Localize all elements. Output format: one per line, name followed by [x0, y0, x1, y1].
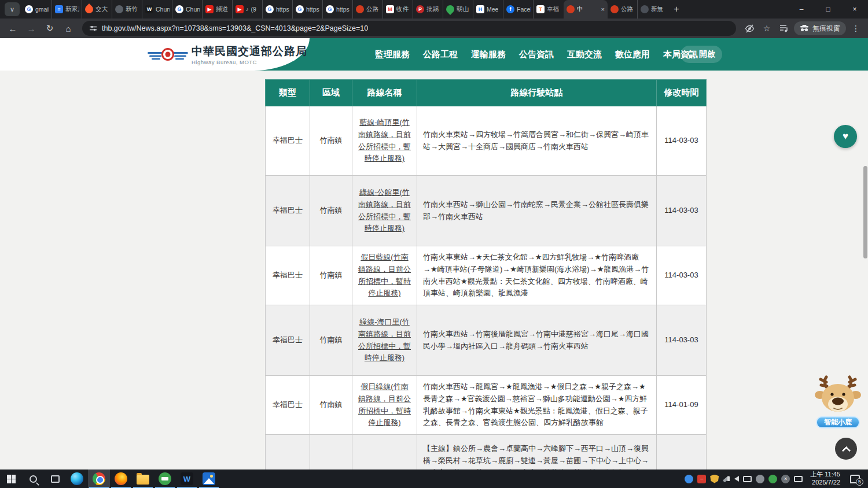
- tab[interactable]: T幸福: [534, 0, 564, 19]
- tab[interactable]: Ghttps: [323, 0, 353, 19]
- taskbar-search-button[interactable]: [22, 469, 44, 488]
- tab[interactable]: GChun: [172, 0, 203, 19]
- tab[interactable]: ▶♪(9: [233, 0, 263, 19]
- route-stops-cell: 【主線】鎮公所→農會→卓蘭高中→六峰腳下→西平口→山頂→復興橋→榮民村→花草坑→…: [417, 435, 657, 470]
- tab[interactable]: ≡新家具: [52, 0, 82, 19]
- tab-close-icon[interactable]: ×: [601, 6, 605, 13]
- edge-icon: [71, 472, 83, 485]
- cloud-sync-icon[interactable]: [685, 475, 693, 483]
- w-app-icon-slot[interactable]: W: [176, 469, 198, 488]
- incognito-badge[interactable]: 無痕視窗: [794, 21, 846, 35]
- address-bar[interactable]: thb.gov.tw/News.aspx?n=10738&sms=13903&_…: [82, 21, 736, 36]
- photos-icon-slot[interactable]: [198, 469, 220, 488]
- tab[interactable]: P批踢: [413, 0, 443, 19]
- antivirus-icon[interactable]: [768, 475, 777, 483]
- route-modified-cell: 114-03-03: [657, 176, 707, 246]
- site-subtitle: Highway Bureau, MOTC: [192, 59, 307, 65]
- route-name-link[interactable]: 假日綠線(竹南鎮路線，目前公所招標中，暫時停止服務): [358, 382, 411, 427]
- printer-app-icon-slot[interactable]: [154, 469, 176, 488]
- nav-item-數位應用[interactable]: 數位應用: [615, 49, 650, 60]
- firefox-icon-slot[interactable]: [110, 469, 132, 488]
- reload-button[interactable]: ↻: [42, 20, 58, 36]
- route-name-link[interactable]: 假日藍線(竹南鎮路線，目前公所招標中，暫時停止服務): [358, 253, 411, 297]
- route-name-cell: [352, 435, 417, 470]
- tab[interactable]: 新無: [638, 0, 668, 19]
- media-playlist-icon[interactable]: [777, 21, 792, 36]
- bookmark-star-icon[interactable]: ☆: [759, 21, 774, 36]
- tab[interactable]: HMee: [473, 0, 503, 19]
- nav-item-公路工程[interactable]: 公路工程: [423, 49, 458, 60]
- table-row: 幸福巴士竹南鎮假日藍線(竹南鎮路線，目前公所招標中，暫時停止服務)竹南火車東站→…: [266, 246, 707, 305]
- back-button[interactable]: ←: [5, 20, 21, 36]
- table-row: 幸福巴士竹南鎮假日綠線(竹南鎮路線，目前公所招標中，暫時停止服務)竹南火車西站→…: [266, 376, 707, 435]
- new-tab-button[interactable]: +: [669, 2, 684, 17]
- close-button[interactable]: ×: [841, 0, 868, 19]
- google-favicon: G: [296, 5, 304, 13]
- tab[interactable]: M收件: [383, 0, 413, 19]
- nav-item-監理服務[interactable]: 監理服務: [375, 49, 410, 60]
- browser-menu-icon[interactable]: ⋮: [848, 21, 863, 36]
- taskbar-clock[interactable]: 上午 11:45 2025/7/22: [807, 471, 844, 487]
- youtube-favicon: ▶: [205, 5, 214, 13]
- thb-favicon: [567, 5, 575, 13]
- logo-text: 中華民國交通部公路局 Highway Bureau, MOTC: [192, 44, 307, 65]
- route-name-link[interactable]: 綠線-海口里(竹南鎮路線，目前公所招標中，暫時停止服務): [358, 317, 411, 362]
- start-button[interactable]: [0, 469, 22, 488]
- url-text[interactable]: thb.gov.tw/News.aspx?n=10738&sms=13903&_…: [102, 24, 368, 32]
- file-explorer-icon-slot[interactable]: [132, 469, 154, 488]
- site-search-button[interactable]: 開啟: [681, 46, 722, 63]
- tab-audio-icon[interactable]: ♪: [246, 6, 249, 12]
- site-settings-tune-icon[interactable]: [89, 24, 97, 32]
- speaker-icon[interactable]: [734, 476, 739, 482]
- route-modified-cell: 114-03-03: [657, 106, 707, 176]
- route-modified-cell: [657, 435, 707, 470]
- chrome-icon-slot[interactable]: [88, 469, 110, 488]
- deer-mascot-icon[interactable]: [814, 375, 862, 413]
- tab[interactable]: 公路: [608, 0, 638, 19]
- route-name-link[interactable]: 藍線-崎頂里(竹南鎮路線，目前公所招標中，暫時停止服務): [358, 118, 411, 162]
- tab[interactable]: fFaceb: [503, 0, 534, 19]
- tab[interactable]: ▶頻道: [203, 0, 233, 19]
- favorite-heart-button[interactable]: ♥: [834, 125, 857, 148]
- tab[interactable]: Ghttps: [263, 0, 293, 19]
- usb-device-icon[interactable]: [756, 475, 764, 483]
- route-type-cell: 幸福巴士: [266, 376, 310, 435]
- tab[interactable]: 新竹: [112, 0, 142, 19]
- tab-title: 朝山: [457, 5, 469, 13]
- scroll-to-top-button[interactable]: [835, 438, 857, 460]
- forward-button[interactable]: →: [23, 20, 39, 36]
- minimize-button[interactable]: –: [788, 0, 815, 19]
- site-logo[interactable]: 中華民國交通部公路局 Highway Bureau, MOTC: [0, 38, 310, 71]
- maximize-button[interactable]: □: [815, 0, 841, 19]
- tab[interactable]: Ggmail: [22, 0, 52, 19]
- tab[interactable]: Ghttps: [293, 0, 323, 19]
- tab-title: 公路: [366, 5, 378, 13]
- home-button[interactable]: ⌂: [60, 20, 76, 36]
- search-icon: [30, 475, 37, 483]
- active-tab[interactable]: 中×: [564, 0, 608, 19]
- page-scrollbar-thumb[interactable]: [863, 166, 867, 258]
- notification-center-button[interactable]: 5: [850, 475, 860, 483]
- mascot-label-button[interactable]: 智能小鹿: [816, 416, 860, 428]
- tab[interactable]: 朝山: [443, 0, 473, 19]
- ime-window-icon[interactable]: [794, 476, 803, 482]
- network-display-icon[interactable]: [743, 476, 752, 482]
- tab[interactable]: 交大: [82, 0, 112, 19]
- edge-icon-slot[interactable]: [66, 469, 88, 488]
- tab[interactable]: WChun: [142, 0, 172, 19]
- route-name-link[interactable]: 綠線-公館里(竹南鎮路線，目前公所招標中，暫時停止服務): [358, 188, 411, 232]
- task-view-button[interactable]: [44, 469, 66, 488]
- disabled-status-icon[interactable]: ×: [781, 475, 790, 483]
- security-alert-icon[interactable]: –: [697, 475, 706, 483]
- mascot-assistant[interactable]: 智能小鹿: [813, 375, 863, 428]
- defender-shield-icon[interactable]: [710, 475, 719, 483]
- thb-favicon: [356, 5, 364, 13]
- nav-item-公告資訊[interactable]: 公告資訊: [519, 49, 554, 60]
- tab[interactable]: 公路: [353, 0, 383, 19]
- nav-item-運輸服務[interactable]: 運輸服務: [471, 49, 506, 60]
- tab-list: Ggmail≡新家具交大新竹WChunGChun▶頻道▶♪(9GhttpsGht…: [22, 0, 668, 19]
- tab-search-button[interactable]: ∨: [5, 2, 20, 16]
- nav-item-互動交流[interactable]: 互動交流: [567, 49, 602, 60]
- google-favicon: G: [326, 5, 334, 13]
- eye-off-icon[interactable]: [742, 21, 757, 36]
